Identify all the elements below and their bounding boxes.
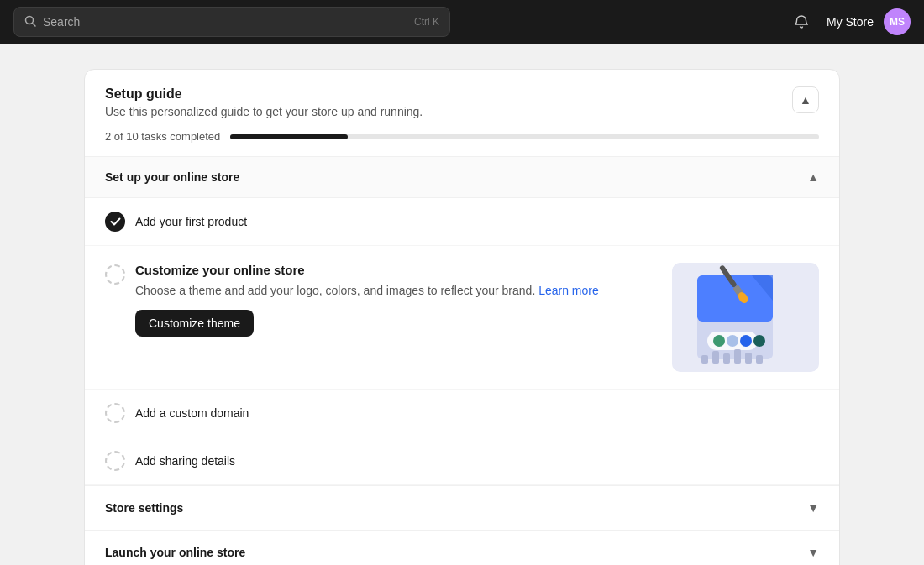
task-pending-icon [105,403,125,423]
svg-point-6 [713,335,725,347]
task-list: Add your first product Customize your on… [85,198,839,485]
search-icon [24,15,36,29]
svg-rect-13 [701,355,708,364]
task-name: Add a custom domain [135,406,249,420]
svg-rect-15 [723,353,730,364]
notifications-button[interactable] [786,7,816,37]
svg-rect-18 [756,355,763,364]
svg-rect-17 [745,353,752,364]
launch-store-title: Launch your online store [105,546,245,559]
setup-guide-title: Setup guide [105,86,423,102]
svg-rect-14 [712,351,719,364]
learn-more-link[interactable]: Learn more [538,284,599,297]
task-item[interactable]: Add sharing details [85,437,839,485]
section-launch-store[interactable]: Launch your online store ▼ [85,530,839,565]
avatar[interactable]: MS [884,8,911,35]
task-description: Choose a theme and add your logo, colors… [135,282,662,300]
svg-point-8 [740,335,752,347]
progress-row: 2 of 10 tasks completed [105,130,819,143]
setup-guide-header: Setup guide Use this personalized guide … [85,70,839,157]
main-content: Setup guide Use this personalized guide … [0,44,924,565]
progress-bar-track [230,134,819,139]
task-item-expanded: Customize your online store Choose a the… [85,246,839,390]
chevron-down-icon: ▼ [807,546,819,559]
nav-right: My Store MS [786,7,911,37]
task-name: Customize your online store [135,263,662,277]
task-pending-icon [105,264,125,285]
svg-point-7 [727,335,738,347]
progress-label: 2 of 10 tasks completed [105,130,220,143]
store-name: My Store [827,15,874,29]
task-illustration [672,263,819,372]
svg-point-9 [753,335,765,347]
setup-guide-info: Setup guide Use this personalized guide … [105,86,423,118]
section-store-settings[interactable]: Store settings ▼ [85,485,839,530]
setup-guide-description: Use this personalized guide to get your … [105,105,423,118]
setup-guide-card: Setup guide Use this personalized guide … [84,69,840,565]
collapse-button[interactable]: ▲ [792,86,819,113]
chevron-up-icon: ▲ [800,93,811,107]
customize-theme-button[interactable]: Customize theme [135,310,254,337]
store-settings-title: Store settings [105,501,183,515]
section-online-store-header[interactable]: Set up your online store ▲ [85,157,839,198]
progress-bar-fill [230,134,348,139]
task-content: Customize your online store Choose a the… [135,263,662,337]
search-shortcut: Ctrl K [414,16,439,28]
svg-line-1 [33,23,36,26]
section-online-store-title: Set up your online store [105,170,239,184]
task-done-icon [105,212,125,232]
chevron-down-icon: ▼ [807,501,819,515]
task-pending-icon [105,451,125,471]
task-desc-text: Choose a theme and add your logo, colors… [135,284,535,297]
task-name: Add sharing details [135,454,235,468]
svg-rect-16 [734,349,741,364]
chevron-up-icon: ▲ [807,170,819,184]
top-navigation: Search Ctrl K My Store MS [0,0,924,44]
task-item[interactable]: Add a custom domain [85,390,839,437]
task-item[interactable]: Add your first product [85,198,839,246]
search-bar[interactable]: Search Ctrl K [13,7,450,37]
search-placeholder: Search [43,15,407,29]
task-name: Add your first product [135,215,247,228]
